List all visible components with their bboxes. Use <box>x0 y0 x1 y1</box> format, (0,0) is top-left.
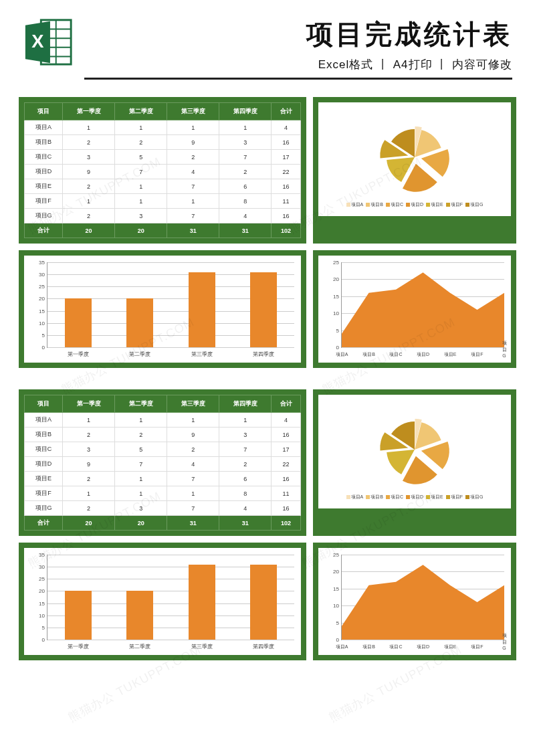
bar-chart: 05101520253035第一季度第二季度第三季度第四季度 <box>24 256 301 363</box>
x-tick: 项目G <box>502 632 507 650</box>
data-table: 项目第一季度第二季度第三季度第四季度合计项目A11114项目B229316项目C… <box>24 395 301 531</box>
y-tick: 35 <box>29 552 45 558</box>
total-row: 合计20203131102 <box>25 516 301 531</box>
x-tick: 项目E <box>444 644 457 650</box>
sheet-instance: 项目第一季度第二季度第三季度第四季度合计项目A11114项目B229316项目C… <box>19 97 516 368</box>
table-row: 项目D974222 <box>25 457 301 472</box>
table-row: 项目F111811 <box>25 194 301 209</box>
table-row: 项目A11114 <box>25 120 301 135</box>
x-tick: 第三季度 <box>191 351 213 358</box>
area-chart: 0510152025项目A项目B项目C项目D项目E项目F项目G <box>318 548 511 655</box>
x-tick: 项目C <box>389 644 402 650</box>
x-tick: 项目E <box>444 351 457 358</box>
y-tick: 25 <box>29 284 45 290</box>
sheet-instance: 项目第一季度第二季度第三季度第四季度合计项目A11114项目B229316项目C… <box>19 389 516 660</box>
table-row: 项目F111811 <box>25 486 301 501</box>
x-tick: 项目A <box>336 644 348 650</box>
x-tick: 第一季度 <box>68 643 89 650</box>
y-tick: 20 <box>29 588 45 594</box>
table-row: 项目E217616 <box>25 472 301 486</box>
y-tick: 20 <box>323 276 339 282</box>
x-tick: 第三季度 <box>191 643 213 650</box>
y-tick: 30 <box>29 272 45 278</box>
y-tick: 10 <box>29 612 45 618</box>
col-header: 项目 <box>25 395 63 413</box>
col-header: 第一季度 <box>63 395 115 413</box>
bar <box>250 272 277 347</box>
col-header: 第三季度 <box>167 395 219 413</box>
table-row: 项目B229316 <box>25 428 301 442</box>
bar-chart: 05101520253035第一季度第二季度第三季度第四季度 <box>24 548 301 655</box>
bar <box>126 591 153 640</box>
table-row: 项目G237416 <box>25 501 301 516</box>
col-header: 第二季度 <box>115 103 167 120</box>
svg-text:X: X <box>31 31 43 52</box>
y-tick: 10 <box>323 310 339 316</box>
table-row: 项目E217616 <box>25 179 301 194</box>
y-tick: 5 <box>323 327 339 333</box>
page-subtitle: Excel格式 丨 A4打印 丨 内容可修改 <box>84 57 512 72</box>
pie-legend: 项目A项目B项目C项目D项目E项目F项目G <box>345 201 485 208</box>
pie-chart-card: 项目A项目B项目C项目D项目E项目F项目G <box>313 389 516 536</box>
col-header: 合计 <box>272 103 301 120</box>
area-chart-card: 0510152025项目A项目B项目C项目D项目E项目F项目G <box>313 543 516 660</box>
y-tick: 10 <box>29 320 45 326</box>
x-tick: 第四季度 <box>253 643 274 650</box>
table-row: 项目C352717 <box>25 150 301 165</box>
table-row: 项目G237416 <box>25 209 301 223</box>
area-chart-card: 0510152025项目A项目B项目C项目D项目E项目F项目G <box>313 250 516 368</box>
y-tick: 25 <box>323 260 339 266</box>
y-tick: 0 <box>29 345 45 351</box>
x-tick: 项目D <box>417 644 429 650</box>
y-tick: 5 <box>323 620 339 626</box>
page-title: 项目完成统计表 <box>84 16 512 53</box>
x-tick: 项目A <box>336 351 348 358</box>
pie-chart <box>368 403 461 490</box>
bar <box>189 272 215 347</box>
pie-chart <box>368 110 461 197</box>
y-tick: 30 <box>29 564 45 570</box>
excel-icon: X <box>23 16 75 68</box>
y-tick: 25 <box>29 576 45 582</box>
bar <box>65 591 92 640</box>
data-table-card: 项目第一季度第二季度第三季度第四季度合计项目A11114项目B229316项目C… <box>19 389 306 536</box>
data-table-card: 项目第一季度第二季度第三季度第四季度合计项目A11114项目B229316项目C… <box>19 97 306 244</box>
y-tick: 15 <box>323 585 339 591</box>
x-tick: 项目F <box>471 351 483 358</box>
bar <box>250 565 277 640</box>
x-tick: 第四季度 <box>253 351 274 358</box>
x-tick: 项目F <box>471 644 483 650</box>
x-tick: 项目G <box>502 340 507 358</box>
y-tick: 25 <box>323 552 339 558</box>
y-tick: 20 <box>29 296 45 302</box>
col-header: 第二季度 <box>115 395 167 413</box>
x-tick: 项目B <box>362 351 375 358</box>
area-chart: 0510152025项目A项目B项目C项目D项目E项目F项目G <box>318 256 511 363</box>
x-tick: 第一季度 <box>68 351 89 358</box>
template-header: X 项目完成统计表 Excel格式 丨 A4打印 丨 内容可修改 <box>0 0 535 88</box>
bar <box>189 565 215 640</box>
y-tick: 0 <box>29 637 45 643</box>
bar <box>126 298 153 347</box>
bar-chart-card: 05101520253035第一季度第二季度第三季度第四季度 <box>19 250 306 368</box>
pie-legend: 项目A项目B项目C项目D项目E项目F项目G <box>345 494 485 500</box>
y-tick: 5 <box>29 624 45 630</box>
total-row: 合计20203131102 <box>25 223 301 238</box>
y-tick: 35 <box>29 260 45 266</box>
x-tick: 第二季度 <box>129 643 150 650</box>
y-tick: 20 <box>323 569 339 575</box>
table-row: 项目C352717 <box>25 442 301 457</box>
y-tick: 15 <box>29 308 45 314</box>
x-tick: 项目C <box>389 351 402 358</box>
table-row: 项目D974222 <box>25 165 301 179</box>
y-tick: 10 <box>323 603 339 609</box>
y-tick: 0 <box>323 637 339 643</box>
bar-chart-card: 05101520253035第一季度第二季度第三季度第四季度 <box>19 543 306 660</box>
x-tick: 项目B <box>362 644 375 650</box>
col-header: 第三季度 <box>167 103 219 120</box>
x-tick: 第二季度 <box>129 351 150 358</box>
col-header: 合计 <box>272 395 301 413</box>
y-tick: 15 <box>29 600 45 606</box>
x-tick: 项目D <box>417 351 429 358</box>
col-header: 第一季度 <box>63 103 115 120</box>
